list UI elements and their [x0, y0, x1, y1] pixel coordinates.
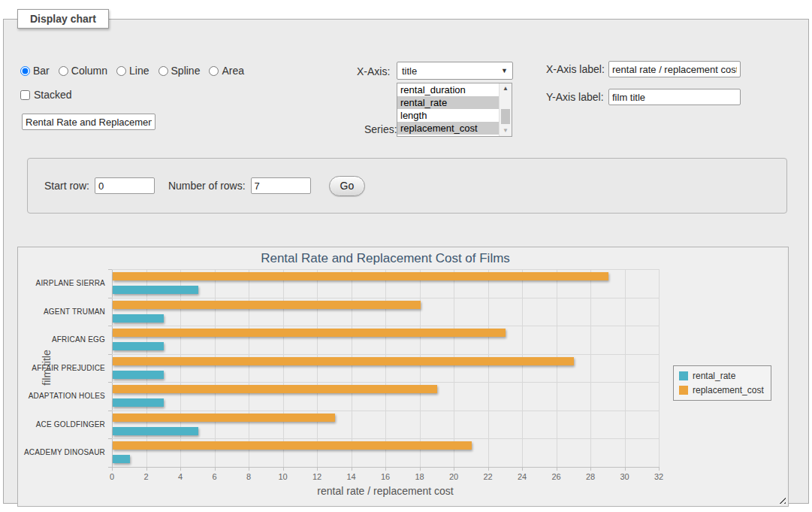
x-axis-select[interactable]: title ▼: [397, 62, 513, 80]
start-row-input[interactable]: [95, 177, 155, 194]
display-chart-fieldset: Display chart Bar Column Line Spline Are…: [3, 9, 809, 504]
fieldset-legend: Display chart: [17, 9, 109, 29]
x-axis-title: rental rate / replacement cost: [112, 485, 659, 497]
x-tick-label: 32: [644, 472, 674, 481]
x-tick-label: 26: [542, 472, 572, 481]
x-tick-label: 20: [439, 472, 469, 481]
x-tick-mark: [454, 467, 454, 471]
bar-replacement_cost[interactable]: [113, 301, 421, 309]
category-label: ADAPTATION HOLES: [23, 382, 105, 411]
bar-rental_rate[interactable]: [113, 455, 130, 463]
scrollbar-thumb[interactable]: [501, 109, 510, 124]
series-options: rental_durationrental_ratelengthreplacem…: [397, 83, 499, 136]
gridline-v: [420, 269, 421, 467]
x-tick-label: 8: [234, 472, 264, 481]
chart-title: Rental Rate and Replacement Cost of Film…: [112, 251, 659, 266]
series-option-rental_duration[interactable]: rental_duration: [397, 83, 499, 96]
x-tick-label: 14: [337, 472, 367, 481]
x-tick-mark: [557, 467, 557, 471]
x-tick-label: 6: [200, 472, 230, 481]
chart-plot-area: 02468101214161820222426283032AIRPLANE SI…: [112, 269, 659, 467]
x-tick-mark: [283, 467, 284, 471]
bar-replacement_cost[interactable]: [113, 272, 608, 280]
series-option-length[interactable]: length: [397, 109, 499, 122]
x-axis-selected-value: title: [402, 65, 417, 77]
scroll-up-icon[interactable]: ▲: [500, 83, 512, 94]
bar-rental_rate[interactable]: [113, 371, 164, 379]
x-tick-label: 30: [610, 472, 640, 481]
chart-type-radio-line[interactable]: [116, 66, 126, 76]
go-button[interactable]: Go: [329, 176, 366, 196]
legend-item-rental_rate[interactable]: rental_rate: [679, 371, 764, 381]
chart-type-radio-area[interactable]: [209, 66, 219, 76]
x-tick-label: 18: [405, 472, 435, 481]
num-rows-label: Number of rows:: [168, 180, 246, 192]
x-tick-label: 22: [473, 472, 503, 481]
bar-replacement_cost[interactable]: [113, 414, 335, 422]
bar-rental_rate[interactable]: [113, 398, 164, 407]
series-option-replacement_cost[interactable]: replacement_cost: [397, 122, 499, 135]
chart-type-radio-bar[interactable]: [20, 66, 30, 76]
y-tick-mark: [108, 326, 112, 326]
stacked-checkbox[interactable]: [20, 90, 30, 100]
gridline-h: [112, 269, 659, 270]
y-axis-label-caption: Y-Axis label:: [546, 91, 604, 103]
category-label: AIRPLANE SIERRA: [23, 269, 105, 298]
gridline-v: [215, 269, 216, 467]
chart-type-option-bar: Bar: [20, 65, 50, 77]
x-tick-label: 4: [165, 472, 195, 481]
gridline-h: [112, 382, 659, 383]
chart-type-label-area: Area: [222, 65, 244, 77]
y-tick-mark: [108, 382, 112, 383]
chart-type-radio-column[interactable]: [59, 66, 68, 76]
bar-rental_rate[interactable]: [113, 342, 164, 350]
gridline-v: [146, 269, 147, 467]
legend-swatch-rental_rate: [679, 371, 688, 380]
chart-type-radio-spline[interactable]: [158, 66, 168, 76]
bar-rental_rate[interactable]: [113, 314, 164, 323]
x-tick-label: 12: [302, 472, 332, 481]
x-tick-mark: [352, 467, 352, 471]
gridline-v: [625, 269, 626, 467]
chart-type-option-area: Area: [209, 65, 244, 77]
bar-replacement_cost[interactable]: [113, 357, 574, 365]
bar-rental_rate[interactable]: [113, 427, 198, 435]
legend-label-replacement_cost: replacement_cost: [693, 385, 764, 395]
gridline-v: [590, 269, 591, 467]
series-listbox: rental_durationrental_ratelengthreplacem…: [397, 83, 512, 137]
resize-grip-icon[interactable]: [777, 495, 786, 504]
gridline-v: [283, 269, 284, 467]
gridline-h: [112, 326, 659, 326]
x-axis-select-label: X-Axis:: [357, 65, 390, 77]
category-label: AFRICAN EGG: [23, 326, 105, 354]
gridline-h: [112, 411, 659, 411]
gridline-v: [488, 269, 489, 467]
y-axis-label-input[interactable]: [608, 89, 741, 105]
chart-type-option-spline: Spline: [158, 65, 201, 77]
x-tick-mark: [112, 467, 113, 471]
x-tick-mark: [215, 467, 216, 471]
chart-title-input[interactable]: [22, 114, 155, 130]
stacked-row: Stacked: [20, 89, 72, 101]
num-rows-input[interactable]: [251, 177, 311, 194]
x-axis-label-caption: X-Axis label:: [546, 63, 605, 75]
x-tick-mark: [522, 467, 523, 471]
series-scrollbar[interactable]: ▲ ▼: [499, 83, 512, 136]
gridline-v: [180, 269, 181, 467]
category-label: AFFAIR PREJUDICE: [23, 354, 105, 383]
legend-item-replacement_cost[interactable]: replacement_cost: [679, 385, 764, 395]
bar-replacement_cost[interactable]: [113, 329, 506, 337]
category-label: ACE GOLDFINGER: [23, 411, 105, 439]
x-tick-mark: [249, 467, 249, 471]
gridline-v: [522, 269, 523, 467]
bar-replacement_cost[interactable]: [113, 441, 472, 450]
series-option-rental_rate[interactable]: rental_rate: [397, 96, 499, 109]
gridline-v: [352, 269, 352, 467]
scroll-down-icon[interactable]: ▼: [500, 126, 512, 136]
chart-type-radio-group: Bar Column Line Spline Area: [20, 65, 250, 77]
bar-replacement_cost[interactable]: [113, 385, 437, 393]
x-tick-label: 24: [507, 472, 537, 481]
x-axis-label-input[interactable]: [608, 61, 741, 77]
bar-rental_rate[interactable]: [113, 286, 198, 294]
y-tick-mark: [108, 298, 112, 298]
